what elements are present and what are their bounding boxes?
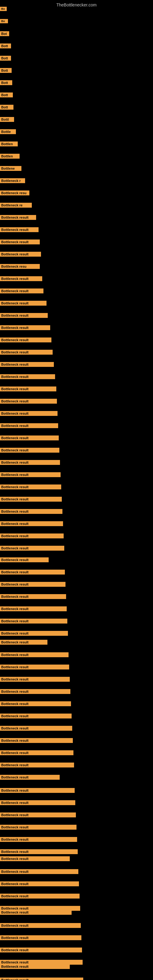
bar-item: Bottl: [0, 117, 14, 123]
bar-label: Bottleneck result: [0, 374, 55, 379]
bar-item: Bottleneck result: [0, 215, 36, 221]
bar-item: Bottleneck result: [0, 910, 72, 916]
bar-label: Bottleneck resu: [0, 191, 29, 196]
bar-item: Bottleneck resu: [0, 191, 29, 197]
bar-item: Bottleneck result: [0, 677, 70, 683]
bar-item: Bottleneck result: [0, 582, 65, 588]
bar-label: Bottleneck result: [0, 978, 83, 980]
bar-item: Bottleneck result: [0, 800, 75, 807]
bar-label: Bottleneck result: [0, 738, 73, 743]
bar-item: Bottlen: [0, 142, 18, 148]
bar-item: Bottleneck result: [0, 894, 80, 900]
bar-item: Bottleneck result: [0, 557, 49, 563]
bar-label: Bottleneck result: [0, 485, 61, 489]
bar-item: Bottleneck result: [0, 750, 73, 756]
site-title: TheBottlenecker.com: [0, 0, 153, 9]
bar-label: Bottleneck result: [0, 325, 50, 330]
bar-item: Bottleneck result: [0, 825, 76, 831]
bar-label: Bottleneck result: [0, 813, 76, 818]
bar-item: Bottleneck r: [0, 178, 25, 185]
bar-label: Bott: [0, 105, 13, 110]
bar-item: Bottleneck result: [0, 325, 50, 331]
bar-item: Bottleneck result: [0, 350, 53, 356]
bar-label: Bottleneck result: [0, 313, 48, 318]
bar-item: Bott: [0, 80, 12, 86]
bar-item: Bottleneck result: [0, 227, 38, 233]
bar-label: Bottleneck result: [0, 436, 59, 441]
bar-label: Bot: [0, 31, 9, 36]
bar-item: Bot: [0, 31, 9, 37]
bar-item: Bottleneck result: [0, 849, 78, 855]
bar-item: Bo: [0, 19, 8, 24]
bar-item: Bottleneck result: [0, 978, 83, 980]
bar-item: Bottleneck result: [0, 497, 62, 503]
bar-label: Bottleneck result: [0, 631, 68, 636]
bar-item: Bottleneck result: [0, 448, 59, 454]
bar-label: Bottleneck result: [0, 775, 60, 780]
bar-item: Bo: [0, 7, 7, 12]
bar-label: Bottleneck result: [0, 910, 72, 915]
bar-label: Bottleneck result: [0, 652, 69, 657]
bar-label: Bottleneck result: [0, 856, 70, 861]
bar-label: Bott: [0, 80, 12, 85]
bar-label: Bottleneck result: [0, 582, 65, 587]
bar-label: Bottlene: [0, 166, 21, 171]
bar-item: Bott: [0, 43, 11, 49]
bar-item: Bottleneck result: [0, 714, 72, 720]
bar-item: Bottleneck result: [0, 387, 56, 393]
bar-label: Bott: [0, 56, 11, 60]
bar-item: Bottle: [0, 129, 16, 135]
bar-label: Bottleneck result: [0, 837, 77, 842]
bar-item: Bottleneck result: [0, 288, 43, 294]
bar-label: Bottleneck result: [0, 411, 57, 416]
bar-label: Bottleneck result: [0, 869, 78, 874]
bar-item: Bottleneck result: [0, 689, 70, 695]
bar-label: Bottleneck result: [0, 301, 46, 305]
bar-label: Bottleneck re: [0, 203, 32, 208]
bar-item: Bottleneck result: [0, 964, 70, 970]
bar-item: Bottleneck result: [0, 738, 73, 744]
bar-label: Bottleneck result: [0, 606, 67, 611]
bar-item: Bottleneck result: [0, 436, 59, 442]
bar-item: Bottleneck result: [0, 775, 60, 781]
bar-item: Bottleneck result: [0, 631, 68, 637]
bar-label: Bo: [0, 7, 7, 11]
bar-item: Bottleneck result: [0, 935, 81, 942]
bar-item: Bottlene: [0, 166, 21, 172]
bar-item: Bottleneck result: [0, 594, 66, 600]
bar-label: Bottleneck result: [0, 665, 69, 670]
bar-item: Bottleneck result: [0, 813, 76, 819]
bar-label: Bottleneck result: [0, 533, 64, 538]
bar-label: Bott: [0, 68, 12, 73]
bar-label: Bottleneck result: [0, 881, 79, 886]
bar-item: Bottleneck result: [0, 948, 82, 954]
bar-item: Bottleneck result: [0, 640, 48, 646]
bar-item: Bottleneck result: [0, 726, 72, 732]
bar-label: Bottleneck result: [0, 288, 43, 293]
bar-item: Bottleneck result: [0, 701, 71, 708]
bar-label: Bottl: [0, 117, 14, 122]
bar-label: Bottleneck result: [0, 948, 82, 953]
bar-label: Bottleneck result: [0, 448, 59, 453]
bar-label: Bottleneck result: [0, 594, 66, 599]
bar-label: Bottleneck result: [0, 252, 41, 257]
bar-item: Bottleneck result: [0, 460, 60, 466]
bar-item: Bottleneck result: [0, 856, 70, 862]
bar-label: Bottlen: [0, 142, 18, 146]
bar-label: Bottleneck result: [0, 689, 70, 694]
bar-label: Bottleneck result: [0, 399, 57, 404]
bar-label: Bottleneck r: [0, 178, 25, 183]
bar-item: Bottleneck result: [0, 923, 81, 929]
bar-item: Bott: [0, 92, 13, 99]
bar-item: Bott: [0, 68, 12, 74]
bar-label: Bottleneck result: [0, 964, 70, 969]
bar-item: Bottleneck result: [0, 619, 67, 625]
bar-label: Bottleneck result: [0, 362, 54, 367]
bar-item: Bottleneck result: [0, 411, 57, 417]
bar-item: Bottlen: [0, 154, 19, 160]
bar-item: Bottleneck result: [0, 869, 78, 875]
bar-item: Bottleneck result: [0, 521, 63, 527]
bar-label: Bott: [0, 92, 13, 97]
bar-label: Bottleneck result: [0, 509, 62, 514]
bar-label: Bottleneck result: [0, 546, 64, 550]
